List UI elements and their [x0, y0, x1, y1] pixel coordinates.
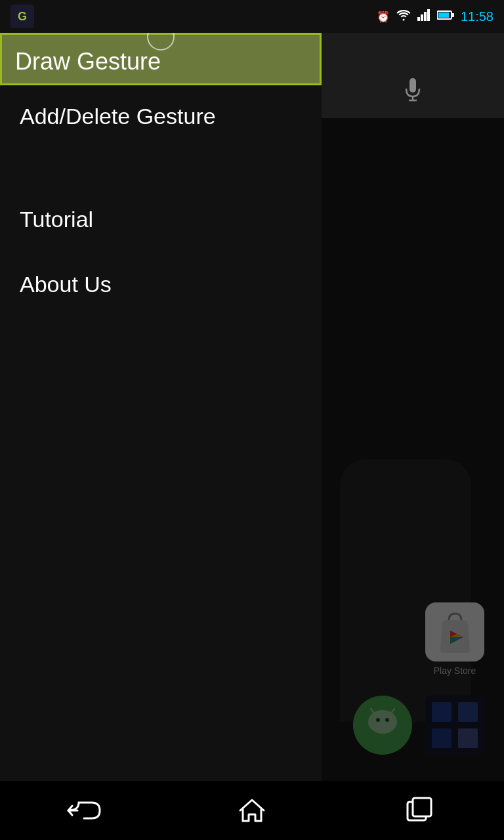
battery-icon: [437, 10, 454, 23]
home-button[interactable]: [226, 791, 278, 830]
mic-area[interactable]: [322, 66, 504, 118]
svg-rect-6: [438, 12, 449, 18]
svg-rect-22: [410, 78, 416, 93]
clock-icon: ⏰: [377, 10, 390, 23]
svg-rect-3: [427, 9, 430, 21]
status-bar-left: G: [10, 5, 34, 28]
status-bar-right: ⏰ 11:58: [377, 9, 494, 24]
mic-icon[interactable]: [404, 78, 422, 106]
svg-rect-2: [424, 12, 427, 21]
svg-rect-1: [421, 14, 423, 21]
status-bar: G ⏰ 11:58: [0, 0, 504, 33]
menu-item-about-us[interactable]: About Us: [0, 252, 322, 317]
menu-item-tutorial[interactable]: Tutorial: [0, 187, 322, 252]
app-title: Draw Gesture: [15, 48, 161, 75]
app-icon: G: [10, 5, 34, 28]
wifi-icon: [396, 9, 411, 24]
svg-rect-5: [452, 13, 454, 17]
time-display: 11:58: [461, 9, 494, 24]
svg-rect-0: [417, 17, 420, 21]
svg-rect-26: [413, 798, 431, 816]
menu-item-add-delete[interactable]: Add/Delete Gesture: [0, 85, 322, 148]
signal-icon: [417, 9, 430, 24]
menu-items: Add/Delete Gesture Tutorial About Us: [0, 85, 322, 317]
nav-bar: [0, 781, 504, 840]
header-bar-inner: Draw Gesture: [0, 33, 322, 85]
header-bar: Draw Gesture: [0, 33, 504, 85]
recents-button[interactable]: [394, 791, 446, 830]
back-button[interactable]: [58, 791, 110, 830]
